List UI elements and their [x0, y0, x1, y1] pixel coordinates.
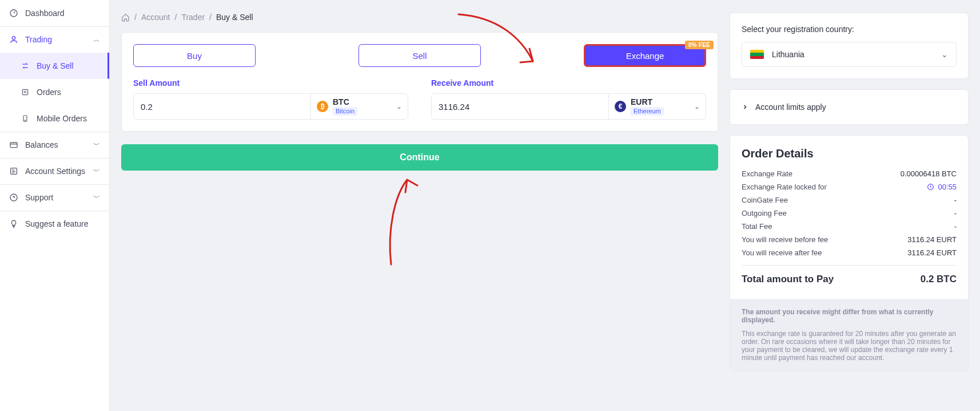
sidebar-item-orders[interactable]: Orders: [0, 79, 109, 105]
receive-amount-label: Receive Amount: [431, 78, 706, 88]
bitcoin-icon: ₿: [317, 101, 328, 112]
account-limits-label: Account limits apply: [755, 102, 826, 112]
receive-currency-select[interactable]: € EURT Ethereum ⌄: [608, 94, 706, 119]
mobile-icon: [21, 114, 30, 122]
sidebar-item-mobile-orders[interactable]: Mobile Orders: [0, 105, 109, 132]
breadcrumb: / Account / Trader / Buy & Sell: [121, 13, 718, 22]
chevron-down-icon: ⌄: [941, 50, 948, 59]
sell-currency-symbol: BTC: [333, 97, 357, 106]
chevron-down-icon: ⌄: [694, 102, 700, 110]
sidebar-item-support[interactable]: Support ﹀: [0, 184, 109, 211]
flag-lithuania-icon: [750, 50, 764, 59]
breadcrumb-trader[interactable]: Trader: [181, 13, 205, 22]
registration-country-label: Select your registration country:: [742, 25, 957, 34]
chevron-down-icon: ⌄: [396, 102, 402, 110]
sell-currency-select[interactable]: ₿ BTC Bitcoin ⌄: [310, 94, 408, 119]
tab-sell[interactable]: Sell: [358, 44, 481, 67]
chevron-down-icon: ﹀: [93, 140, 100, 150]
tab-buy[interactable]: Buy: [133, 44, 256, 67]
receive-currency-network: Ethereum: [631, 107, 664, 116]
sidebar-item-balances[interactable]: Balances ﹀: [0, 132, 109, 158]
chevron-down-icon: ﹀: [93, 167, 100, 176]
settings-icon: [9, 167, 18, 176]
row-total-to-pay: Total amount to Pay 0.2 BTC: [742, 265, 957, 287]
sidebar-item-label: Suggest a feature: [25, 219, 89, 228]
gauge-icon: [9, 9, 18, 18]
row-exchange-rate: Exchange Rate 0.00006418 BTC: [742, 167, 957, 180]
sidebar-item-label: Mobile Orders: [37, 114, 87, 123]
sidebar-item-label: Balances: [25, 140, 58, 149]
sidebar-item-label: Account Settings: [25, 167, 85, 176]
exchange-icon: [21, 62, 30, 70]
sidebar-item-buy-sell[interactable]: Buy & Sell: [0, 53, 109, 79]
sidebar-item-trading[interactable]: Trading ︿: [0, 26, 109, 53]
wallet-icon: [9, 140, 18, 149]
receive-currency-symbol: EURT: [631, 97, 664, 106]
svg-point-4: [25, 120, 25, 120]
sidebar-item-label: Dashboard: [25, 9, 65, 18]
clock-icon: [927, 183, 934, 191]
chevron-right-icon: [742, 104, 748, 110]
svg-point-1: [12, 37, 15, 39]
chevron-down-icon: ﹀: [93, 193, 100, 203]
sidebar-item-label: Support: [25, 193, 53, 202]
main-content: / Account / Trader / Buy & Sell Buy Sell…: [110, 0, 980, 411]
svg-rect-5: [10, 143, 17, 148]
country-name: Lithuania: [772, 50, 804, 59]
breadcrumb-account[interactable]: Account: [141, 13, 170, 22]
account-limits-card[interactable]: Account limits apply: [730, 89, 969, 125]
sidebar-item-dashboard[interactable]: Dashboard: [0, 0, 109, 26]
row-rate-locked: Exchange Rate locked for 00:55: [742, 180, 957, 193]
help-icon: [9, 193, 18, 202]
country-select[interactable]: Lithuania ⌄: [742, 42, 957, 67]
chevron-up-icon: ︿: [93, 35, 100, 45]
sidebar-item-label: Buy & Sell: [37, 61, 74, 70]
trade-card: Buy Sell Exchange 0% FEE Sell Amount ₿: [121, 32, 718, 132]
row-coingate-fee: CoinGate Fee -: [742, 193, 957, 207]
row-total-fee: Total Fee -: [742, 220, 957, 233]
receive-amount-block: Receive Amount € EURT Ethereum ⌄: [431, 78, 706, 120]
sidebar-item-label: Orders: [37, 88, 61, 97]
sidebar-item-label: Trading: [25, 35, 52, 44]
home-icon[interactable]: [121, 13, 130, 22]
row-receive-after-fee: You will receive after fee 3116.24 EURT: [742, 246, 957, 259]
order-details-card: Order Details Exchange Rate 0.00006418 B…: [730, 135, 969, 372]
sell-amount-block: Sell Amount ₿ BTC Bitcoin ⌄: [133, 78, 408, 120]
sidebar: Dashboard Trading ︿ Buy & Sell Orders: [0, 0, 110, 411]
lightbulb-icon: [9, 219, 18, 228]
breadcrumb-current: Buy & Sell: [216, 13, 253, 22]
user-icon: [9, 35, 18, 44]
sell-amount-input[interactable]: [134, 94, 310, 119]
sell-amount-label: Sell Amount: [133, 78, 408, 88]
row-outgoing-fee: Outgoing Fee -: [742, 207, 957, 220]
tab-exchange[interactable]: Exchange 0% FEE: [584, 44, 706, 67]
receive-amount-input[interactable]: [432, 94, 608, 119]
order-details-title: Order Details: [742, 147, 957, 160]
order-disclaimer: The amount you receive might differ from…: [730, 299, 968, 371]
sell-currency-network: Bitcoin: [333, 107, 357, 116]
list-icon: [21, 88, 30, 96]
fee-badge: 0% FEE: [685, 41, 714, 49]
continue-button[interactable]: Continue: [121, 144, 718, 171]
eurt-icon: €: [615, 101, 626, 112]
sidebar-item-account-settings[interactable]: Account Settings ﹀: [0, 158, 109, 184]
sidebar-item-suggest-feature[interactable]: Suggest a feature: [0, 211, 109, 237]
registration-country-card: Select your registration country: Lithua…: [730, 13, 969, 79]
row-receive-before-fee: You will receive before fee 3116.24 EURT: [742, 233, 957, 246]
